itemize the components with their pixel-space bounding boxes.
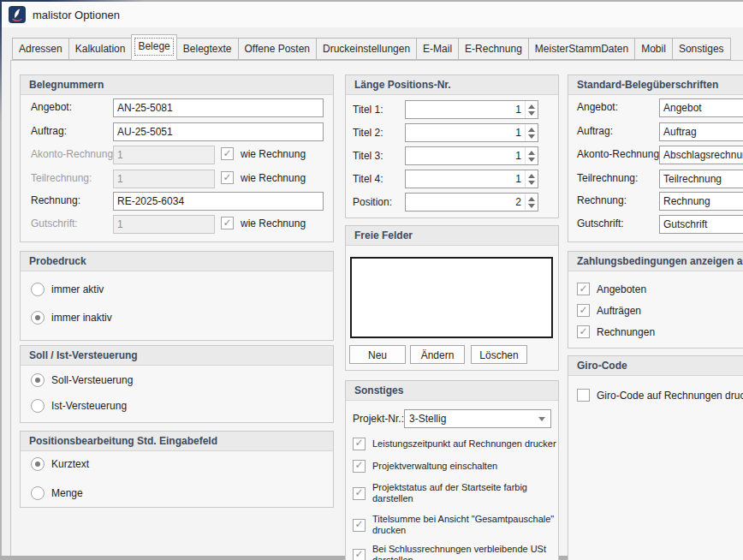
tab-druckeinstellungen[interactable]: Druckeinstellungen [316, 38, 417, 60]
leistungszeitpunkt-checkbox[interactable]: ✓ Leistungszeitpunkt auf Rechnungen druc… [353, 437, 556, 450]
checkbox-icon[interactable]: ✓ [577, 304, 590, 317]
spinner-buttons[interactable] [525, 124, 538, 141]
spin-up-icon[interactable] [528, 197, 535, 201]
group-giro-code-title: Giro-Code [568, 356, 743, 376]
radio-icon[interactable] [31, 311, 45, 325]
titel3-spinner[interactable]: 1 [405, 146, 538, 165]
gutschrift-titel-label: Gutschrift: [577, 217, 624, 230]
titel2-spinner[interactable]: 1 [405, 123, 538, 142]
checkbox-icon[interactable]: ✓ [577, 325, 590, 338]
aendern-button[interactable]: Ändern [410, 345, 465, 364]
menge-radio[interactable]: Menge [31, 486, 83, 500]
tab-belege[interactable]: Belege [131, 34, 176, 60]
auftrag-titel-input[interactable] [659, 122, 743, 141]
angebot-titel-input[interactable] [659, 98, 743, 117]
spin-up-icon[interactable] [528, 174, 535, 178]
gutschrift-titel-input[interactable] [659, 215, 743, 234]
tab-email[interactable]: E-Mail [416, 38, 459, 60]
checkbox-icon[interactable]: ✓ [353, 438, 366, 450]
check-icon: ✓ [223, 172, 231, 182]
akonto-titel-label: Akonto-Rechnung: [577, 148, 662, 161]
schlussrechnungen-ust-checkbox[interactable]: ✓ Bei Schlussrechnungen verbleibende USt… [353, 543, 556, 560]
chevron-down-icon [538, 417, 545, 421]
tab-offene-posten[interactable]: Offene Posten [238, 38, 318, 60]
projektstatus-checkbox[interactable]: ✓ Projektstatus auf der Startseite farbi… [353, 481, 556, 505]
ist-versteuerung-radio[interactable]: Ist-Versteuerung [31, 399, 127, 413]
checkbox-icon[interactable]: ✓ [353, 519, 366, 532]
tab-erechnung[interactable]: E-Rechnung [458, 38, 529, 60]
radio-icon[interactable] [31, 457, 45, 471]
kurztext-radio[interactable]: Kurztext [31, 457, 89, 471]
radio-icon[interactable] [31, 486, 45, 500]
spinner-buttons[interactable] [525, 147, 538, 164]
spin-up-icon[interactable] [528, 104, 535, 109]
titel1-spinner[interactable]: 1 [405, 100, 538, 119]
tab-kalkulation[interactable]: Kalkulation [68, 38, 133, 60]
spin-down-icon[interactable] [528, 158, 535, 162]
checkbox-icon[interactable]: ✓ [221, 217, 234, 229]
tab-meisterstammdaten[interactable]: MeisterStammDaten [528, 38, 635, 60]
check-icon: ✓ [354, 438, 363, 448]
angebot-nr-input[interactable] [113, 98, 324, 117]
spin-up-icon[interactable] [528, 151, 535, 155]
titelsumme-checkbox[interactable]: ✓ Titelsumme bei Ansicht "Gesamtpauschal… [353, 513, 556, 537]
checkbox-icon[interactable] [577, 389, 590, 402]
titel4-value: 1 [406, 173, 525, 185]
soll-versteuerung-radio[interactable]: Soll-Versteuerung [31, 373, 133, 387]
spin-up-icon[interactable] [528, 128, 535, 132]
neu-button[interactable]: Neu [349, 345, 406, 364]
kurztext-label: Kurztext [51, 458, 89, 470]
spinner-buttons[interactable] [525, 194, 538, 211]
checkbox-icon[interactable]: ✓ [221, 147, 234, 160]
group-giro-code: Giro-Code Giro-Code auf Rechnungen druck… [568, 355, 743, 560]
probedruck-immer-aktiv-radio[interactable]: immer aktiv [31, 283, 104, 296]
spin-down-icon[interactable] [528, 111, 535, 116]
position-spinner[interactable]: 2 [405, 193, 538, 211]
radio-icon[interactable] [31, 283, 45, 296]
spin-down-icon[interactable] [528, 204, 535, 208]
radio-icon[interactable] [31, 373, 45, 387]
titel4-spinner[interactable]: 1 [405, 170, 538, 188]
freie-felder-listbox[interactable] [350, 257, 553, 338]
checkbox-icon[interactable]: ✓ [353, 460, 366, 473]
tab-mobil[interactable]: Mobil [634, 38, 673, 60]
teilrechnung-wie-rechnung-checkbox[interactable]: ✓ wie Rechnung [221, 171, 306, 184]
spin-down-icon[interactable] [528, 181, 535, 185]
checkbox-icon[interactable]: ✓ [353, 487, 366, 500]
tab-adressen[interactable]: Adressen [12, 38, 69, 60]
giro-code-checkbox[interactable]: Giro-Code auf Rechnungen drucken [577, 389, 743, 402]
zb-auftraegen-checkbox[interactable]: ✓ Aufträgen [577, 304, 641, 317]
gutschrift-wie-rechnung-checkbox[interactable]: ✓ wie Rechnung [221, 217, 306, 229]
probedruck-immer-inaktiv-radio[interactable]: immer inaktiv [31, 311, 112, 325]
rechnung-titel-input[interactable] [659, 192, 743, 211]
teilrechnung-titel-input[interactable] [659, 170, 743, 188]
rechnung-nr-input[interactable] [113, 192, 324, 211]
spin-down-icon[interactable] [528, 134, 535, 139]
window-left-border [0, 0, 2, 560]
checkbox-icon[interactable]: ✓ [353, 549, 366, 560]
spinner-buttons[interactable] [525, 101, 538, 118]
radio-icon[interactable] [31, 399, 45, 413]
projektverwaltung-checkbox[interactable]: ✓ Projektverwaltung einschalten [353, 459, 556, 473]
checkbox-icon[interactable]: ✓ [221, 171, 234, 184]
check-icon: ✓ [223, 217, 231, 228]
titel3-value: 1 [406, 150, 525, 162]
akonto-titel-input[interactable] [659, 146, 743, 164]
akonto-wie-rechnung-checkbox[interactable]: ✓ wie Rechnung [221, 147, 306, 160]
check-icon: ✓ [579, 305, 587, 315]
group-zahlungsbedingungen: Zahlungsbedingungen anzeigen auf ✓ Angeb… [568, 251, 743, 349]
checkbox-icon[interactable]: ✓ [577, 283, 590, 295]
zb-angeboten-label: Angeboten [597, 283, 646, 295]
spinner-buttons[interactable] [525, 170, 538, 188]
auftrag-nr-input[interactable] [113, 122, 324, 141]
tab-sonstiges[interactable]: Sonstiges [672, 38, 731, 60]
loeschen-button[interactable]: Löschen [471, 345, 527, 364]
projekt-nr-dropdown[interactable]: 3-Stellig [404, 409, 551, 428]
group-ueberschriften-title: Standard-Belegüberschriften [568, 75, 743, 95]
gutschrift-nr-label: Gutschrift: [31, 217, 78, 230]
probedruck-immer-aktiv-label: immer aktiv [51, 283, 104, 295]
zb-rechnungen-checkbox[interactable]: ✓ Rechnungen [577, 325, 655, 338]
projekt-nr-value: 3-Stellig [405, 413, 538, 425]
tab-belegtexte[interactable]: Belegtexte [176, 38, 239, 60]
zb-angeboten-checkbox[interactable]: ✓ Angeboten [577, 283, 646, 295]
